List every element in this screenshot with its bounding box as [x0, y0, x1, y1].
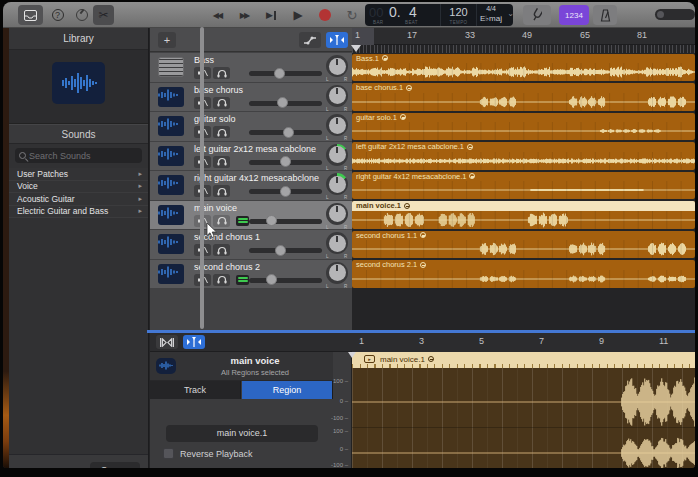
region-main-voice-1[interactable]: main voice.1 — [352, 201, 695, 229]
lcd-display[interactable]: 00 0. 4 BAR BEAT 120 TEMPO 4/4 E♭maj ⌄ — [365, 4, 513, 26]
editor-waveform[interactable] — [352, 368, 695, 469]
volume-thumb[interactable] — [280, 186, 291, 197]
count-in-button[interactable]: 1234 — [559, 5, 589, 25]
cycle-button[interactable]: ↻ — [339, 5, 365, 25]
pan-right-label: R — [344, 195, 347, 200]
track-row-main-voice[interactable]: main voice L R — [150, 201, 352, 230]
volume-slider[interactable] — [249, 248, 322, 253]
lcd-chevron-icon[interactable]: ⌄ — [507, 9, 514, 18]
editor-ruler-label-1: 1 — [359, 336, 364, 346]
track-panel-scrollbar[interactable] — [200, 27, 204, 329]
editor-mode-button[interactable] — [156, 335, 178, 349]
catch-playhead-button[interactable] — [326, 32, 348, 48]
tab-track[interactable]: Track — [150, 381, 241, 399]
track-row-left-guitar-2x12-mesa-cabclone[interactable]: left guitar 2x12 mesa cabclone L R — [150, 142, 352, 171]
track-row-second-chorus-2[interactable]: second chorus 2 L R — [150, 260, 352, 289]
skip-to-end-button[interactable]: ▶ — [258, 5, 284, 25]
tuner-button[interactable] — [523, 5, 551, 25]
editor-region-bar[interactable]: ▸ main voice.1 — [352, 352, 695, 368]
editors-button[interactable]: ✂ — [93, 5, 114, 25]
tab-region[interactable]: Region — [242, 381, 333, 399]
search-sounds-input[interactable]: Search Sounds — [15, 148, 142, 163]
waveform-icon — [158, 116, 184, 136]
cycle-icon: ↻ — [347, 8, 358, 23]
region-left-guitar-2x12-mesa-cabclone-1[interactable]: left guitar 2x12 mesa cabclone.1 — [352, 142, 695, 170]
track-row-bass[interactable]: Bass L R — [150, 53, 352, 82]
record-button[interactable] — [312, 5, 338, 25]
volume-thumb[interactable] — [283, 127, 294, 138]
region-right-guitar-4x12-mesacabclone-1[interactable]: right guitar 4x12 mesacabclone.1 — [352, 172, 695, 200]
volume-slider[interactable] — [249, 189, 322, 194]
pan-knob[interactable] — [326, 85, 348, 107]
track-row-base-chorus[interactable]: base chorus L R — [150, 83, 352, 112]
track-row-guitar-solo[interactable]: guitar solo L R — [150, 112, 352, 141]
save-button[interactable]: Save... — [90, 462, 140, 468]
volume-slider[interactable] — [249, 219, 322, 224]
sidebar-item-voice[interactable]: Voice▸ — [9, 181, 148, 194]
master-volume-slider[interactable] — [655, 9, 695, 20]
quick-help-button[interactable]: ? — [46, 5, 69, 25]
editor-playhead-marker[interactable] — [348, 352, 356, 358]
region-name: base chorus.1 — [352, 83, 695, 93]
automation-button[interactable] — [299, 32, 321, 48]
pan-knob[interactable] — [326, 203, 348, 225]
region-second-chorus-2-1[interactable]: second chorus 2.1 — [352, 260, 695, 288]
volume-thumb[interactable] — [274, 68, 285, 79]
arrangement-timeline: 11733496581 Bass.1 base chorus.1 guitar … — [352, 28, 695, 330]
sidebar-item-user-patches[interactable]: User Patches▸ — [9, 168, 148, 181]
region-second-chorus-1-1[interactable]: second chorus 1.1 — [352, 231, 695, 259]
solo-button[interactable] — [213, 274, 230, 286]
sidebar-item-acoustic-guitar[interactable]: Acoustic Guitar▸ — [9, 193, 148, 206]
pan-knob[interactable] — [326, 262, 348, 284]
lcd-time-signature: 4/4 — [477, 5, 505, 12]
ruler-label-33: 33 — [465, 30, 475, 40]
fast-forward-button[interactable]: ▶▶ — [231, 5, 257, 25]
volume-slider[interactable] — [249, 130, 322, 135]
pan-knob[interactable] — [326, 173, 348, 195]
sidebar-item-electric-guitar-and-bass[interactable]: Electric Guitar and Bass▸ — [9, 206, 148, 219]
rewind-button[interactable]: ◀◀ — [204, 5, 230, 25]
editor-ruler[interactable]: 1357911 — [352, 333, 695, 352]
solo-button[interactable] — [213, 244, 230, 256]
add-track-button[interactable]: + — [158, 32, 176, 48]
solo-button[interactable] — [213, 156, 230, 168]
bar-ruler[interactable]: 11733496581 — [352, 28, 695, 45]
library-toggle-button[interactable] — [18, 5, 43, 25]
region-base-chorus-1[interactable]: base chorus.1 — [352, 83, 695, 111]
catch-icon — [330, 35, 344, 45]
volume-thumb[interactable] — [280, 156, 291, 167]
volume-thumb[interactable] — [275, 245, 286, 256]
region-name-field[interactable]: main voice.1 — [166, 425, 318, 442]
revert-button[interactable]: Revert — [21, 465, 49, 468]
reverse-playback-checkbox[interactable] — [163, 448, 174, 459]
lcd-tempo-value: 120 — [441, 6, 476, 18]
pan-knob[interactable] — [326, 114, 348, 136]
playhead-marker[interactable] — [351, 45, 361, 52]
volume-thumb[interactable] — [266, 274, 277, 285]
pan-knob[interactable] — [326, 144, 348, 166]
solo-button[interactable] — [213, 97, 230, 109]
follow-tempo-icon — [420, 232, 426, 238]
smart-controls-button[interactable] — [71, 5, 92, 25]
volume-thumb[interactable] — [657, 11, 664, 18]
solo-button[interactable] — [213, 67, 230, 79]
region-bass-1[interactable]: Bass.1 — [352, 54, 695, 82]
play-button[interactable]: ▶ — [285, 5, 311, 25]
solo-button[interactable] — [213, 126, 230, 138]
track-row-right-guitar-4x12-mesacabclone[interactable]: right guitar 4x12 mesacabclone L R — [150, 171, 352, 200]
lcd-key: 4/4 E♭maj — [477, 4, 505, 26]
waveform-icon — [158, 87, 184, 107]
volume-slider[interactable] — [249, 160, 322, 165]
volume-thumb[interactable] — [266, 215, 277, 226]
editor-catch-button[interactable] — [183, 335, 205, 349]
volume-slider[interactable] — [249, 101, 322, 106]
volume-slider[interactable] — [249, 278, 322, 283]
pan-knob[interactable] — [326, 232, 348, 254]
solo-button[interactable] — [213, 185, 230, 197]
metronome-button[interactable] — [593, 5, 617, 25]
region-guitar-solo-1[interactable]: guitar solo.1 — [352, 113, 695, 141]
track-row-second-chorus-1[interactable]: second chorus 1 L R — [150, 230, 352, 259]
volume-slider[interactable] — [249, 71, 322, 76]
volume-thumb[interactable] — [277, 97, 288, 108]
pan-knob[interactable] — [326, 55, 348, 77]
